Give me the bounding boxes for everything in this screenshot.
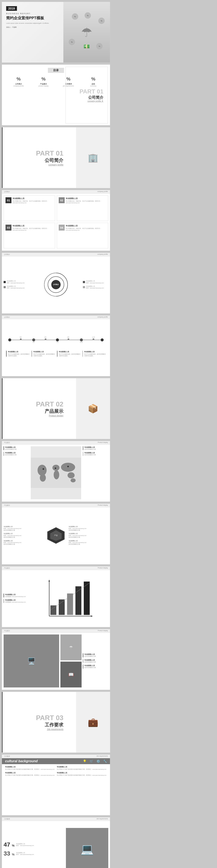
- toc-part01-preview: PART 01 公司简介 company profile ▼: [65, 67, 108, 124]
- svg-rect-21: [84, 582, 90, 615]
- cover-subtitle: BUSINESS REPORT: [6, 12, 59, 14]
- slide10-header-right: Product display: [98, 567, 108, 569]
- percent-bubble-2: %: [85, 12, 91, 19]
- slide8-item2-title: 专业是团队人员: [5, 452, 29, 454]
- tl-dot-apr: [32, 338, 35, 341]
- slide5-left-items: 专业是团队人员联系：www.qianmianwang.com 专业是团队人员联系…: [4, 280, 29, 289]
- bar-arrow-svg: [35, 579, 108, 617]
- slide10-body-1: 高质量服务 www.qianmianwang.com: [5, 596, 33, 597]
- slide-world-map: 产品展示 Product display 专业是团队人员 提供高质量解决方案 专…: [2, 441, 110, 502]
- toc-label-1: 公司简介: [8, 83, 29, 85]
- settings-icon: ⚙️: [96, 760, 100, 763]
- slide4-item3-text: 专业是团队人员 本公司团队专业，经验丰富。专注于企业服务领域。联系方式：www.…: [12, 225, 53, 231]
- slide4-item-3: 03 专业是团队人员 本公司团队专业，经验丰富。专注于企业服务领域。联系方式：w…: [4, 223, 55, 248]
- slide5-right-text-1: 专业是团队人员联系：www.qianmianwang.com: [86, 280, 104, 284]
- tl-dot-jul: [56, 338, 59, 341]
- part02-decoration: 📦: [88, 404, 98, 414]
- world-map-container: [31, 446, 81, 499]
- slide11-text-3: 专业是团队人员 提供高质量解决方案: [83, 664, 108, 669]
- slide14-header: 工作要求 Job requirements: [2, 817, 110, 821]
- slide4-item-2: 02 专业是团队人员 本公司团队专业，经验丰富。专注于企业服务领域。联系方式：w…: [57, 195, 108, 221]
- slide5-header-left: 公司简介: [4, 253, 10, 255]
- toc-item-1: % 公司简介 company profile: [8, 76, 29, 87]
- slide5-right-text-2: 专业是团队人员联系：www.qianmianwang.com: [86, 285, 104, 289]
- svg-point-5: [40, 474, 46, 482]
- slide4-header: 公司简介 company profile: [2, 190, 110, 194]
- slide-timeline: 公司简介 company profile 2月 4月: [2, 315, 110, 376]
- tl-dot-nov: [93, 338, 94, 340]
- slide-company-circular: 公司简介 company profile 专业是团队人员联系：www.qianm…: [2, 253, 110, 314]
- svg-point-13: [67, 466, 69, 467]
- hexagon-svg: 产品: [46, 527, 65, 544]
- slide6-header: 公司简介 company profile: [2, 315, 110, 319]
- part02-number: PART 02: [36, 400, 63, 408]
- slide13-item-4: 专业是团队人员 本公司致力于为客户提供最专业的服务和解决方案，联系我们：www.…: [57, 772, 107, 776]
- slide13-title-1: 专业是团队人员: [5, 766, 55, 768]
- tl-dot-end: [101, 338, 104, 341]
- slide13-item-1: 专业是团队人员 本公司致力于为客户提供最专业的服务和解决方案，联系我们：www.…: [5, 766, 55, 770]
- bulb-icon: 💡: [83, 760, 87, 763]
- part01-title: 公司简介: [36, 157, 63, 164]
- slide14-header-right: Job requirements: [96, 818, 108, 820]
- slide-cultural: 工作要求 Job requirements cultural backgroun…: [2, 754, 110, 815]
- slide11-text-col: 专业是团队人员 提供高质量解决方案 专业是团队人员 提供高质量解决方案 专业是团…: [83, 634, 108, 687]
- gray-band: cultural background 💡 🛒 ⚙️ 🔧: [2, 758, 110, 764]
- part03-sublabel: Job requirements: [36, 728, 63, 731]
- num-03: 03: [5, 225, 11, 230]
- toc-part01-num: PART 01: [80, 88, 103, 95]
- slide11-text-body-3: 提供高质量解决方案: [84, 667, 108, 669]
- slide8-item-3: 专业是团队人员 提供高质量解决方案: [83, 446, 108, 450]
- slide-hexagon: 产品展示 Product display 专业是团队人员联系：www.qianm…: [2, 503, 110, 564]
- slide4-grid: 01 专业是团队人员 本公司团队专业，经验丰富。专注于企业服务领域。联系方式：w…: [2, 194, 110, 250]
- num-01: 01: [5, 197, 11, 203]
- slide9-header: 产品展示 Product display: [2, 504, 110, 507]
- tl-dot-feb: [20, 338, 22, 340]
- svg-rect-20: [75, 586, 82, 615]
- svg-point-11: [42, 468, 44, 470]
- slide-company-numbered: 公司简介 company profile 01 专业是团队人员 本公司团队专业，…: [2, 190, 110, 251]
- part02-content: PART 02 产品展示 Product display: [3, 378, 76, 439]
- tl-apr: 4月: [32, 338, 35, 343]
- tl-content-body-2: 专注于企业服务领域，提供高质量解决方案和专业服务。: [33, 353, 55, 357]
- slide11-text-body-1: 提供高质量解决方案: [84, 655, 108, 657]
- slide9-header-left: 产品展示: [4, 504, 10, 506]
- percent-bubble-3: %: [98, 18, 105, 24]
- slide14-percent-47: 47 % 专业是团队人员联系：www.qianmianwang.com: [4, 841, 64, 848]
- slide8-item1-title: 专业是团队人员: [5, 446, 29, 448]
- slide5-body: 专业是团队人员联系：www.qianmianwang.com 专业是团队人员联系…: [2, 256, 110, 313]
- svg-point-4: [37, 465, 46, 476]
- toc-icon-1: %: [8, 76, 29, 82]
- tl-content-3: 专业是团队人员 专注于企业服务领域，提供高质量解决方案和专业服务。: [57, 351, 80, 357]
- svg-rect-18: [59, 599, 65, 615]
- slide5-right-2: 专业是团队人员联系：www.qianmianwang.com: [83, 285, 108, 289]
- part03-text-block: PART 03 工作要求 Job requirements: [36, 714, 63, 731]
- slide8-item3-body: 提供高质量解决方案: [84, 448, 108, 450]
- slide9-right: 专业是团队人员联系：www.qianmianwang.com提供高质量解决方案 …: [69, 526, 108, 545]
- slide11-body: 🖥️ ☂ 📖 专业是团队人员 提供高质量解决方案 专业是团队人员 提供高质量解决…: [2, 633, 110, 689]
- part02-text-block: PART 02 产品展示 Product display: [36, 400, 63, 417]
- slide5-dot-3: [83, 281, 85, 283]
- slide14-body: 47 % 专业是团队人员联系：www.qianmianwang.com 33 %…: [2, 821, 110, 868]
- slide-part02-intro: PART 02 产品展示 Product display 📦: [2, 378, 110, 439]
- slide4-item1-text: 专业是团队人员 本公司团队专业，经验丰富。专注于企业服务领域。联系方式：www.…: [12, 197, 53, 204]
- slide9-left-2: 专业是团队人员联系：www.qianmianwang.com提供高质量解决方案: [4, 533, 43, 538]
- slide5-circle-label: 公司简介: [53, 283, 59, 286]
- slide10-item-2: 专业是团队人员 高质量服务 www.qianmianwang.com: [4, 599, 33, 603]
- tl-dot-start: [8, 338, 11, 341]
- slide-percent-laptop: 工作要求 Job requirements 47 % 专业是团队人员联系：www…: [2, 817, 110, 868]
- slide5-left-2: 专业是团队人员联系：www.qianmianwang.com: [4, 285, 29, 289]
- svg-point-10: [70, 478, 76, 482]
- slide11-header-right: Product display: [98, 630, 108, 632]
- tl-aug: 8月: [67, 336, 69, 341]
- slide11-header-left: 产品展示: [4, 630, 10, 632]
- slide6-header-right: company profile: [97, 316, 108, 318]
- slide10-item-1: 专业是团队人员 高质量服务 www.qianmianwang.com: [4, 594, 33, 597]
- slide11-photo-1: 🖥️: [4, 634, 59, 687]
- slide11-text-1: 专业是团队人员 提供高质量解决方案: [83, 653, 108, 657]
- toc-part01-sublabel: company profile ▼: [88, 100, 103, 102]
- slide13-title-3: 专业是团队人员: [5, 772, 55, 774]
- slide4-item1-body: 本公司团队专业，经验丰富。专注于企业服务领域。联系方式：www.qianmian…: [12, 200, 53, 204]
- tl-end: [101, 338, 104, 341]
- slide5-dot-4: [83, 286, 85, 288]
- slide5-left-text-2: 专业是团队人员联系：www.qianmianwang.com: [7, 285, 25, 289]
